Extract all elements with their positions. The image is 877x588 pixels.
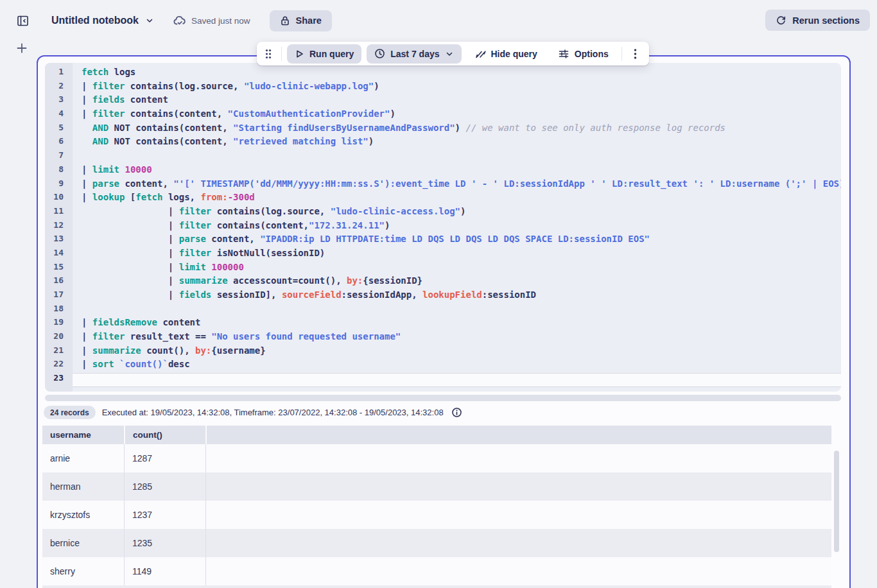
execution-info-text: Executed at: 19/05/2023, 14:32:08, Timef…	[102, 408, 444, 417]
line-number: 1	[45, 67, 73, 81]
share-button-label: Share	[296, 15, 322, 26]
code-line[interactable]: AND NOT contains(content, "retrieved mat…	[73, 136, 841, 150]
table-vertical-scrollbar[interactable]	[834, 451, 839, 552]
editor-horizontal-scrollbar[interactable]	[45, 395, 841, 401]
sliders-icon	[558, 49, 569, 59]
sidebar-collapse-icon	[16, 14, 30, 28]
column-header[interactable]: username	[42, 426, 124, 444]
code-line[interactable]: | summarize accesscount=count(), by:{ses…	[73, 275, 841, 290]
table-row[interactable]: bernice1235	[42, 529, 831, 557]
code-line[interactable]	[73, 373, 841, 387]
table-cell: sherry	[42, 557, 124, 585]
code-line[interactable]: | filter contains(log.source, "ludo-clin…	[73, 81, 841, 95]
clock-icon	[374, 48, 385, 59]
rerun-sections-button[interactable]: Rerun sections	[765, 10, 870, 31]
line-number: 15	[45, 262, 73, 276]
cloud-saved-icon	[173, 15, 186, 26]
table-row[interactable]	[42, 585, 831, 588]
table-cell: 1285	[124, 472, 205, 501]
code-line[interactable]: | filter isNotNull(sessionID)	[73, 248, 841, 262]
top-bar: Untitled notebook Saved just now	[0, 0, 877, 41]
table-body: arnie1287herman1285krzysztofs1237bernice…	[42, 444, 831, 588]
rerun-sections-label: Rerun sections	[792, 15, 860, 26]
options-button[interactable]: Options	[550, 44, 616, 64]
query-toolbar: Run query Last 7 days Hide query	[257, 42, 649, 65]
lock-icon	[280, 15, 290, 26]
code-line[interactable]: | fieldsRemove content	[73, 317, 841, 331]
table-row[interactable]: krzysztofs1237	[42, 501, 831, 529]
results-table: usernamecount() arnie1287herman1285krzys…	[42, 426, 831, 588]
table-header-row: usernamecount()	[42, 426, 831, 444]
save-status: Saved just now	[173, 15, 250, 26]
code-line[interactable]: | limit 100000	[73, 262, 841, 276]
line-number: 9	[45, 178, 73, 193]
table-cell: arnie	[42, 444, 124, 472]
toolbar-divider	[281, 47, 282, 61]
run-query-button[interactable]: Run query	[287, 44, 361, 64]
line-number: 6	[45, 136, 73, 150]
line-number: 19	[45, 317, 73, 331]
line-number: 22	[45, 359, 73, 373]
table-row[interactable]: arnie1287	[42, 444, 831, 472]
timeframe-label: Last 7 days	[390, 49, 439, 59]
column-header[interactable]: count()	[124, 426, 205, 444]
timeframe-button[interactable]: Last 7 days	[367, 44, 461, 64]
code-line[interactable]: fetch logs	[73, 67, 841, 81]
save-status-label: Saved just now	[191, 16, 250, 26]
table-cell: 1235	[124, 529, 205, 557]
refresh-icon	[776, 15, 786, 26]
play-icon	[295, 49, 304, 59]
toolbar-divider	[621, 47, 622, 61]
notebook-title-menu[interactable]: Untitled notebook	[51, 15, 154, 26]
code-line[interactable]: | parse content, "'[' TIMESTAMP('dd/MMM/…	[73, 178, 841, 193]
page-title: Untitled notebook	[51, 15, 139, 26]
code-line[interactable]: | filter contains(log.source, "ludo-clin…	[73, 206, 841, 220]
table-cell: herman	[42, 472, 124, 501]
line-number: 4	[45, 108, 73, 123]
code-line[interactable]: | lookup [fetch logs, from:-300d	[73, 192, 841, 206]
line-number: 21	[45, 345, 73, 359]
code-line[interactable]: | fields sessionID], sourceField:session…	[73, 290, 841, 304]
more-options-button[interactable]	[627, 46, 644, 62]
table-cell: 1237	[124, 501, 205, 529]
table-row[interactable]: herman1285	[42, 472, 831, 501]
code-line[interactable]: AND NOT contains(content, "Starting find…	[73, 123, 841, 137]
code-line[interactable]: | summarize count(), by:{username}	[73, 345, 841, 359]
line-number: 23	[45, 373, 73, 387]
table-cell: krzysztofs	[42, 501, 124, 529]
info-icon	[451, 407, 462, 418]
chevron-down-icon	[445, 49, 454, 58]
code-line[interactable]: | fields content	[73, 94, 841, 108]
line-number: 7	[45, 150, 73, 164]
hide-query-button[interactable]: Hide query	[467, 44, 545, 64]
drag-handle[interactable]	[261, 46, 276, 62]
line-number: 13	[45, 234, 73, 248]
editor-code[interactable]: fetch logs| filter contains(log.source, …	[73, 63, 841, 392]
line-number: 11	[45, 206, 73, 220]
run-query-label: Run query	[309, 49, 354, 59]
code-line[interactable]	[73, 304, 841, 318]
line-number: 3	[45, 94, 73, 108]
editor-gutter: 1234567891011121314151617181920212223	[45, 63, 73, 392]
line-number: 2	[45, 81, 73, 95]
line-number: 5	[45, 123, 73, 137]
notebook-query-section: 1234567891011121314151617181920212223 fe…	[37, 55, 851, 588]
code-line[interactable]: | parse content, "IPADDR:ip LD HTTPDATE:…	[73, 234, 841, 248]
share-button[interactable]: Share	[270, 10, 332, 31]
code-line[interactable]: | filter contains(content,"172.31.24.11"…	[73, 220, 841, 234]
sidebar-collapse-button[interactable]	[14, 12, 31, 29]
results-meta-row: 24 records Executed at: 19/05/2023, 14:3…	[44, 406, 462, 419]
info-button[interactable]	[451, 407, 462, 418]
chevron-down-icon	[145, 16, 154, 25]
code-line[interactable]: | filter contains(content, "CustomAuthen…	[73, 108, 841, 123]
code-line[interactable]: | sort `count()`desc	[73, 359, 841, 373]
table-cell: bernice	[42, 529, 124, 557]
table-row[interactable]: sherry1149	[42, 557, 831, 585]
plus-icon	[15, 42, 28, 55]
line-number: 18	[45, 304, 73, 318]
add-section-button[interactable]	[13, 40, 30, 56]
code-line[interactable]: | limit 10000	[73, 164, 841, 178]
code-line[interactable]: | filter result_text == "No users found …	[73, 331, 841, 345]
code-line[interactable]	[73, 150, 841, 164]
query-editor[interactable]: 1234567891011121314151617181920212223 fe…	[45, 63, 841, 392]
